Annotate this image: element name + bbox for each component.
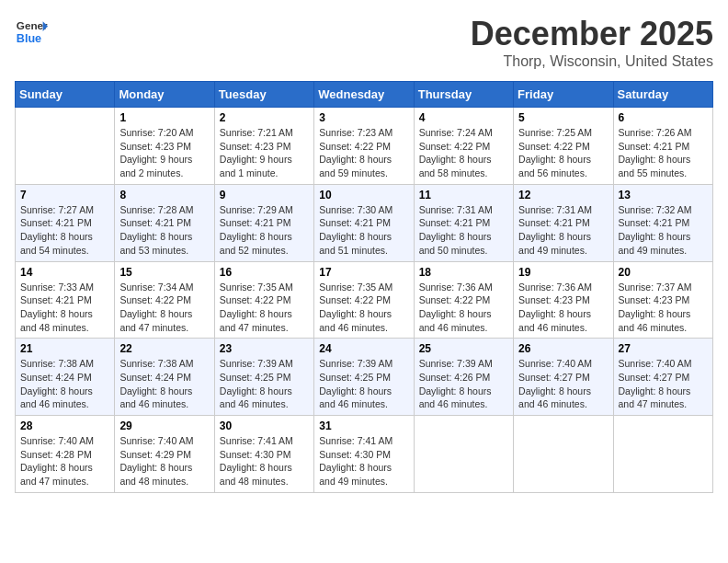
day-number: 28 — [20, 419, 109, 432]
month-title: December 2025 — [471, 15, 713, 53]
day-number: 13 — [619, 189, 708, 201]
day-info: Sunrise: 7:38 AMSunset: 4:24 PMDaylight:… — [119, 357, 209, 411]
day-number: 20 — [619, 266, 708, 279]
day-info: Sunrise: 7:34 AMSunset: 4:22 PMDaylight:… — [119, 281, 209, 335]
calendar-cell: 7Sunrise: 7:27 AMSunset: 4:21 PMDaylight… — [16, 184, 115, 261]
week-row-3: 14Sunrise: 7:33 AMSunset: 4:21 PMDayligh… — [16, 261, 713, 339]
day-number: 26 — [518, 342, 608, 355]
calendar-cell: 10Sunrise: 7:30 AMSunset: 4:21 PMDayligh… — [314, 184, 414, 261]
day-number: 9 — [220, 189, 309, 201]
day-number: 5 — [518, 111, 608, 124]
day-number: 23 — [220, 342, 309, 355]
day-number: 25 — [419, 342, 508, 355]
day-number: 1 — [119, 111, 209, 124]
calendar-cell: 17Sunrise: 7:35 AMSunset: 4:22 PMDayligh… — [314, 261, 414, 339]
day-number: 21 — [20, 342, 109, 355]
day-number: 3 — [319, 111, 408, 124]
calendar-cell: 9Sunrise: 7:29 AMSunset: 4:21 PMDaylight… — [214, 184, 313, 261]
day-number: 10 — [319, 189, 408, 201]
calendar-cell — [414, 416, 513, 493]
calendar-cell — [613, 416, 712, 493]
calendar-cell: 18Sunrise: 7:36 AMSunset: 4:22 PMDayligh… — [414, 261, 513, 339]
col-header-wednesday: Wednesday — [314, 82, 414, 108]
calendar-cell: 12Sunrise: 7:31 AMSunset: 4:21 PMDayligh… — [514, 184, 613, 261]
calendar-cell: 21Sunrise: 7:38 AMSunset: 4:24 PMDayligh… — [16, 339, 115, 416]
day-info: Sunrise: 7:40 AMSunset: 4:29 PMDaylight:… — [119, 434, 209, 488]
day-info: Sunrise: 7:21 AMSunset: 4:23 PMDaylight:… — [220, 126, 309, 180]
day-info: Sunrise: 7:31 AMSunset: 4:21 PMDaylight:… — [419, 203, 508, 258]
day-number: 11 — [419, 189, 508, 201]
day-info: Sunrise: 7:37 AMSunset: 4:23 PMDaylight:… — [619, 281, 708, 335]
day-info: Sunrise: 7:40 AMSunset: 4:27 PMDaylight:… — [518, 357, 608, 411]
day-number: 19 — [518, 266, 608, 279]
day-info: Sunrise: 7:39 AMSunset: 4:26 PMDaylight:… — [419, 357, 508, 411]
col-header-friday: Friday — [514, 82, 613, 108]
location-title: Thorp, Wisconsin, United States — [471, 53, 713, 70]
day-info: Sunrise: 7:35 AMSunset: 4:22 PMDaylight:… — [220, 281, 309, 335]
day-info: Sunrise: 7:36 AMSunset: 4:22 PMDaylight:… — [419, 281, 508, 335]
calendar-cell: 13Sunrise: 7:32 AMSunset: 4:21 PMDayligh… — [613, 184, 712, 261]
day-number: 18 — [419, 266, 508, 279]
day-info: Sunrise: 7:41 AMSunset: 4:30 PMDaylight:… — [319, 434, 408, 488]
calendar-cell: 22Sunrise: 7:38 AMSunset: 4:24 PMDayligh… — [115, 339, 214, 416]
calendar-cell: 25Sunrise: 7:39 AMSunset: 4:26 PMDayligh… — [414, 339, 513, 416]
day-info: Sunrise: 7:40 AMSunset: 4:27 PMDaylight:… — [619, 357, 708, 411]
calendar-cell: 24Sunrise: 7:39 AMSunset: 4:25 PMDayligh… — [314, 339, 414, 416]
calendar-cell: 2Sunrise: 7:21 AMSunset: 4:23 PMDaylight… — [214, 108, 313, 185]
day-number: 15 — [119, 266, 209, 279]
col-header-tuesday: Tuesday — [214, 82, 313, 108]
week-row-2: 7Sunrise: 7:27 AMSunset: 4:21 PMDaylight… — [16, 184, 713, 261]
day-info: Sunrise: 7:41 AMSunset: 4:30 PMDaylight:… — [220, 434, 309, 488]
day-info: Sunrise: 7:27 AMSunset: 4:21 PMDaylight:… — [20, 203, 109, 258]
day-number: 31 — [319, 419, 408, 432]
calendar-cell — [514, 416, 613, 493]
day-info: Sunrise: 7:31 AMSunset: 4:21 PMDaylight:… — [518, 203, 608, 258]
calendar-cell: 6Sunrise: 7:26 AMSunset: 4:21 PMDaylight… — [613, 108, 712, 185]
calendar-cell: 3Sunrise: 7:23 AMSunset: 4:22 PMDaylight… — [314, 108, 414, 185]
calendar-cell: 26Sunrise: 7:40 AMSunset: 4:27 PMDayligh… — [514, 339, 613, 416]
header-row: SundayMondayTuesdayWednesdayThursdayFrid… — [16, 82, 713, 108]
calendar-cell: 11Sunrise: 7:31 AMSunset: 4:21 PMDayligh… — [414, 184, 513, 261]
day-number: 30 — [220, 419, 309, 432]
week-row-1: 1Sunrise: 7:20 AMSunset: 4:23 PMDaylight… — [16, 108, 713, 185]
calendar-cell: 19Sunrise: 7:36 AMSunset: 4:23 PMDayligh… — [514, 261, 613, 339]
day-info: Sunrise: 7:39 AMSunset: 4:25 PMDaylight:… — [220, 357, 309, 411]
calendar-cell: 14Sunrise: 7:33 AMSunset: 4:21 PMDayligh… — [16, 261, 115, 339]
day-info: Sunrise: 7:40 AMSunset: 4:28 PMDaylight:… — [20, 434, 109, 488]
day-info: Sunrise: 7:33 AMSunset: 4:21 PMDaylight:… — [20, 281, 109, 335]
day-number: 2 — [220, 111, 309, 124]
day-info: Sunrise: 7:35 AMSunset: 4:22 PMDaylight:… — [319, 281, 408, 335]
col-header-thursday: Thursday — [414, 82, 513, 108]
calendar-cell: 8Sunrise: 7:28 AMSunset: 4:21 PMDaylight… — [115, 184, 214, 261]
calendar-cell: 27Sunrise: 7:40 AMSunset: 4:27 PMDayligh… — [613, 339, 712, 416]
calendar-cell: 23Sunrise: 7:39 AMSunset: 4:25 PMDayligh… — [214, 339, 313, 416]
calendar-cell: 4Sunrise: 7:24 AMSunset: 4:22 PMDaylight… — [414, 108, 513, 185]
calendar-cell: 30Sunrise: 7:41 AMSunset: 4:30 PMDayligh… — [214, 416, 313, 493]
title-area: December 2025 Thorp, Wisconsin, United S… — [471, 15, 713, 70]
day-info: Sunrise: 7:36 AMSunset: 4:23 PMDaylight:… — [518, 281, 608, 335]
calendar-cell: 20Sunrise: 7:37 AMSunset: 4:23 PMDayligh… — [613, 261, 712, 339]
day-number: 6 — [619, 111, 708, 124]
calendar-cell: 28Sunrise: 7:40 AMSunset: 4:28 PMDayligh… — [16, 416, 115, 493]
day-number: 7 — [20, 189, 109, 201]
day-number: 4 — [419, 111, 508, 124]
col-header-sunday: Sunday — [16, 82, 115, 108]
day-info: Sunrise: 7:25 AMSunset: 4:22 PMDaylight:… — [518, 126, 608, 180]
day-info: Sunrise: 7:23 AMSunset: 4:22 PMDaylight:… — [319, 126, 408, 180]
day-info: Sunrise: 7:29 AMSunset: 4:21 PMDaylight:… — [220, 203, 309, 258]
day-number: 16 — [220, 266, 309, 279]
day-number: 17 — [319, 266, 408, 279]
day-info: Sunrise: 7:38 AMSunset: 4:24 PMDaylight:… — [20, 357, 109, 411]
day-number: 8 — [119, 189, 209, 201]
day-number: 14 — [20, 266, 109, 279]
day-number: 22 — [119, 342, 209, 355]
day-info: Sunrise: 7:39 AMSunset: 4:25 PMDaylight:… — [319, 357, 408, 411]
logo-icon: General Blue — [15, 15, 48, 48]
calendar-cell: 5Sunrise: 7:25 AMSunset: 4:22 PMDaylight… — [514, 108, 613, 185]
col-header-saturday: Saturday — [613, 82, 712, 108]
week-row-4: 21Sunrise: 7:38 AMSunset: 4:24 PMDayligh… — [16, 339, 713, 416]
week-row-5: 28Sunrise: 7:40 AMSunset: 4:28 PMDayligh… — [16, 416, 713, 493]
day-info: Sunrise: 7:30 AMSunset: 4:21 PMDaylight:… — [319, 203, 408, 258]
calendar-cell: 29Sunrise: 7:40 AMSunset: 4:29 PMDayligh… — [115, 416, 214, 493]
calendar-cell: 16Sunrise: 7:35 AMSunset: 4:22 PMDayligh… — [214, 261, 313, 339]
